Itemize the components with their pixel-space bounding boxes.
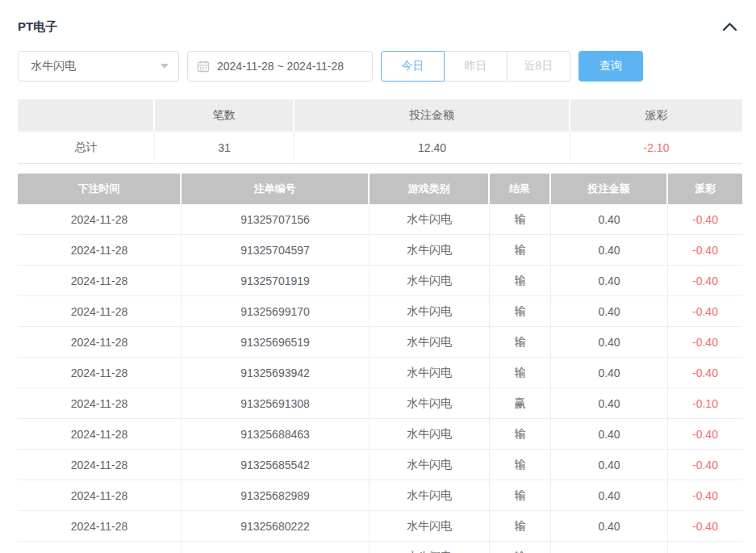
cell-order-number: 91325696519	[182, 327, 370, 358]
cell-order-number: 91325682989	[182, 480, 370, 511]
detail-header-row: 下注时间 注单编号 游戏类别 结果 投注金额 派彩	[18, 174, 742, 204]
summary-total-payout: -2.10	[570, 132, 742, 164]
quick-button-today[interactable]: 今日	[381, 51, 445, 82]
cell-bet-amount: 0.40	[551, 327, 668, 358]
table-row: 2024-11-28 91325691308 水牛闪电 赢 0.40 -0.10	[18, 388, 742, 419]
cell-payout: -0.40	[668, 266, 742, 296]
table-row: 2024-11-28 91325704597 水牛闪电 输 0.40 -0.40	[18, 235, 742, 266]
cell-bet-time: 2024-11-28	[18, 235, 182, 266]
collapse-panel-button[interactable]	[720, 20, 739, 33]
cell-order-number	[182, 542, 370, 553]
cell-bet-amount: 0.40	[551, 450, 668, 480]
detail-table-body: 2024-11-28 91325707156 水牛闪电 输 0.40 -0.40…	[18, 204, 742, 553]
cell-bet-amount: 0.40	[551, 204, 668, 235]
date-range-input[interactable]: 2024-11-28 ~ 2024-11-28	[187, 51, 373, 82]
cell-payout: -0.10	[668, 388, 742, 419]
cell-game-category: 水牛闪电	[370, 358, 490, 388]
cell-bet-amount: 0.40	[551, 296, 668, 327]
cell-order-number: 91325685542	[182, 450, 370, 480]
cell-bet-amount: 0.40	[551, 419, 668, 450]
pt-games-panel: PT电子 水牛闪电	[0, 0, 756, 553]
panel-header: PT电子	[18, 19, 742, 34]
summary-total-count: 31	[155, 132, 294, 164]
cell-bet-time: 2024-11-28	[18, 450, 182, 480]
table-row: 2024-11-28 91325688463 水牛闪电 输 0.40 -0.40	[18, 419, 742, 450]
table-row: 水牛闪电 输	[18, 542, 742, 553]
detail-header-bet-time: 下注时间	[18, 174, 182, 204]
cell-bet-amount: 0.40	[551, 235, 668, 266]
cell-result: 输	[490, 511, 551, 542]
cell-game-category: 水牛闪电	[370, 450, 490, 480]
summary-total-label: 总计	[18, 132, 155, 164]
cell-bet-amount	[551, 542, 668, 553]
cell-payout	[668, 542, 742, 553]
cell-bet-amount: 0.40	[551, 266, 668, 296]
cell-bet-time: 2024-11-28	[18, 511, 182, 542]
query-button[interactable]: 查询	[578, 51, 643, 82]
filter-bar: 水牛闪电 2024-11-28 ~ 2024-11-28	[18, 51, 756, 82]
cell-payout: -0.40	[668, 327, 742, 358]
cell-result: 赢	[490, 388, 551, 419]
cell-bet-time: 2024-11-28	[18, 388, 182, 419]
summary-header-blank	[18, 99, 155, 132]
cell-result: 输	[490, 542, 551, 553]
cell-result: 输	[490, 480, 551, 511]
cell-result: 输	[490, 358, 551, 388]
cell-result: 输	[490, 327, 551, 358]
table-row: 2024-11-28 91325685542 水牛闪电 输 0.40 -0.40	[18, 450, 742, 480]
page-title: PT电子	[18, 19, 57, 35]
cell-order-number: 91325688463	[182, 419, 370, 450]
cell-order-number: 91325699170	[182, 296, 370, 327]
table-row: 2024-11-28 91325707156 水牛闪电 输 0.40 -0.40	[18, 204, 742, 235]
detail-table: 下注时间 注单编号 游戏类别 结果 投注金额 派彩 2024-11-28 913…	[18, 174, 742, 553]
table-row: 2024-11-28 91325680222 水牛闪电 输 0.40 -0.40	[18, 511, 742, 542]
cell-bet-amount: 0.40	[551, 511, 668, 542]
cell-result: 输	[490, 266, 551, 296]
cell-result: 输	[490, 419, 551, 450]
cell-result: 输	[490, 296, 551, 327]
chevron-down-icon	[161, 64, 169, 69]
table-row: 2024-11-28 91325701919 水牛闪电 输 0.40 -0.40	[18, 266, 742, 296]
summary-header-row: 笔数 投注金额 派彩	[18, 99, 742, 132]
game-select[interactable]: 水牛闪电	[18, 51, 179, 82]
cell-result: 输	[490, 450, 551, 480]
quick-button-last-8-days[interactable]: 近8日	[507, 51, 570, 82]
cell-bet-time: 2024-11-28	[18, 327, 182, 358]
cell-payout: -0.40	[668, 204, 742, 235]
cell-payout: -0.40	[668, 450, 742, 480]
cell-order-number: 91325707156	[182, 204, 370, 235]
cell-payout: -0.40	[668, 235, 742, 266]
quick-date-button-group: 今日 昨日 近8日	[381, 51, 570, 82]
game-select-value: 水牛闪电	[31, 59, 76, 73]
cell-bet-amount: 0.40	[551, 358, 668, 388]
summary-header-payout: 派彩	[570, 99, 742, 132]
detail-header-result: 结果	[490, 174, 551, 204]
detail-header-order-number: 注单编号	[182, 174, 370, 204]
detail-header-bet-amount: 投注金额	[551, 174, 668, 204]
cell-payout: -0.40	[668, 358, 742, 388]
cell-order-number: 91325691308	[182, 388, 370, 419]
table-row: 2024-11-28 91325699170 水牛闪电 输 0.40 -0.40	[18, 296, 742, 327]
detail-header-payout: 派彩	[668, 174, 742, 204]
cell-game-category: 水牛闪电	[370, 327, 490, 358]
cell-payout: -0.40	[668, 296, 742, 327]
date-range-value: 2024-11-28 ~ 2024-11-28	[217, 60, 344, 73]
cell-game-category: 水牛闪电	[370, 296, 490, 327]
cell-order-number: 91325701919	[182, 266, 370, 296]
summary-header-count: 笔数	[155, 99, 294, 132]
cell-game-category: 水牛闪电	[370, 511, 490, 542]
cell-bet-amount: 0.40	[551, 480, 668, 511]
cell-game-category: 水牛闪电	[370, 235, 490, 266]
table-row: 2024-11-28 91325693942 水牛闪电 输 0.40 -0.40	[18, 358, 742, 388]
summary-total-row: 总计 31 12.40 -2.10	[18, 132, 742, 164]
cell-game-category: 水牛闪电	[370, 266, 490, 296]
cell-game-category: 水牛闪电	[370, 204, 490, 235]
cell-order-number: 91325693942	[182, 358, 370, 388]
quick-button-yesterday[interactable]: 昨日	[444, 51, 507, 82]
cell-bet-time: 2024-11-28	[18, 358, 182, 388]
cell-payout: -0.40	[668, 511, 742, 542]
cell-payout: -0.40	[668, 480, 742, 511]
chevron-up-icon	[722, 22, 737, 31]
summary-total-bet-amount: 12.40	[294, 132, 570, 164]
cell-game-category: 水牛闪电	[370, 542, 490, 553]
